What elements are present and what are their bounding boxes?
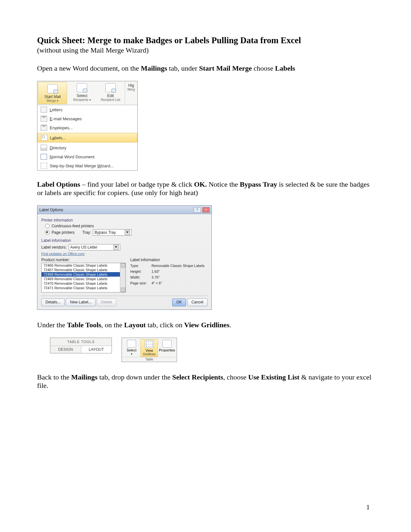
- page-subtitle: (without using the Mail Merge Wizard): [37, 46, 374, 54]
- info-key-width: Width:: [130, 274, 149, 280]
- radio-continuous-feed[interactable]: Continuous-feed printers: [45, 224, 208, 228]
- view-gridlines-button[interactable]: ViewGridlines: [141, 339, 158, 357]
- paragraph-4: Back to the Mailings tab, drop down unde…: [37, 373, 374, 390]
- menu-item-label: Step-by-Step Mail Merge Wizard...: [50, 163, 114, 168]
- ok-button[interactable]: OK: [172, 299, 186, 306]
- lab-sel-icon: [41, 135, 47, 141]
- cancel-button[interactable]: Cancel: [187, 299, 208, 306]
- info-val-width: 3.75": [152, 274, 160, 280]
- table-group-ribbon: Select▾ ViewGridlines Properties Table: [122, 338, 177, 362]
- details-button[interactable]: Details...: [41, 299, 65, 306]
- radio-icon: [45, 224, 50, 228]
- label-vendors-label: Label vendors:: [41, 245, 67, 250]
- tab-design[interactable]: DESIGN: [50, 346, 81, 353]
- find-updates-link[interactable]: Find updates on Office.com: [41, 252, 208, 256]
- properties-icon: [162, 340, 171, 348]
- edit-recipient-list-button[interactable]: EditRecipient List: [96, 81, 125, 105]
- paragraph-2: Label Options – find your label or badge…: [37, 180, 374, 197]
- radio-page-printers[interactable]: Page printers Tray: Bypass Tray: [45, 229, 208, 236]
- info-key-height: Height:: [130, 269, 149, 274]
- env-icon: [41, 116, 47, 122]
- wiz-icon: [41, 163, 47, 169]
- chevron-down-icon: [113, 245, 119, 250]
- ribbon-group-label: Table: [122, 357, 177, 362]
- menu-item-label: Envelopes...: [50, 125, 73, 130]
- dir-icon: [41, 145, 47, 151]
- gridlines-icon: [145, 340, 154, 348]
- menu-item-e-mail-messages[interactable]: E-mail Messages: [37, 114, 137, 123]
- tray-select[interactable]: Bypass Tray: [93, 229, 132, 236]
- section-printer-info: Printer information: [41, 218, 208, 222]
- screenshot-start-mail-merge: Start MailMerge ▾ SelectRecipients ▾ Edi…: [37, 81, 138, 171]
- dialog-title-text: Label Options: [39, 208, 63, 212]
- help-button[interactable]: ?: [194, 207, 201, 212]
- product-list-item[interactable]: 72468 Removable Classic Shape Labels: [42, 272, 125, 277]
- product-number-label: Product number:: [41, 258, 126, 262]
- tab-layout[interactable]: LAYOUT: [81, 346, 112, 353]
- label-information-header: Label information: [130, 258, 208, 262]
- highlight-merge-fields-button[interactable]: HigMerg: [125, 81, 137, 105]
- page-number: 1: [366, 503, 370, 511]
- screenshot-label-options-dialog: Label Options ? × Printer information Co…: [37, 205, 212, 310]
- env-icon: [41, 125, 47, 131]
- start-mail-merge-button[interactable]: Start MailMerge ▾: [38, 82, 67, 104]
- chevron-down-icon: [125, 230, 130, 235]
- menu-item-label: Directory: [50, 145, 66, 150]
- product-list-item[interactable]: 72471 Removable Classic Shape Labels: [42, 286, 125, 290]
- table-properties-button[interactable]: Properties: [159, 339, 175, 357]
- recipients-icon: [77, 83, 87, 92]
- menu-item-directory[interactable]: Directory: [37, 143, 137, 152]
- product-list-item[interactable]: 72469 Removable Classic Shape Labels: [42, 277, 125, 281]
- menu-item-labels[interactable]: Labels...: [37, 133, 137, 143]
- mail-merge-icon: [47, 84, 58, 93]
- page-title: Quick Sheet: Merge to make Badges or Lab…: [37, 35, 374, 45]
- paragraph-1: Open a new Word document, on the Mailing…: [37, 64, 374, 73]
- table-tools-title: TABLE TOOLS: [50, 338, 112, 346]
- product-list-item[interactable]: 72470 Removable Classic Shape Labels: [42, 281, 125, 286]
- product-number-list[interactable]: 72466 Removable Classic Shape Labels7246…: [41, 263, 126, 292]
- info-key-type: Type:: [130, 263, 149, 269]
- cursor-icon: [127, 340, 136, 348]
- menu-item-normal-word-document[interactable]: Normal Word Document: [37, 152, 137, 161]
- menu-item-label: Normal Word Document: [50, 154, 94, 159]
- menu-item-label: Letters: [50, 107, 63, 112]
- delete-button: Delete: [97, 299, 116, 306]
- screenshot-table-tools: TABLE TOOLS DESIGN LAYOUT Select▾ ViewGr…: [50, 338, 374, 362]
- paragraph-3: Under the Table Tools, on the Layout tab…: [37, 321, 374, 329]
- label-vendors-select[interactable]: Avery US Letter: [69, 244, 120, 251]
- table-tools-contextual-tab: TABLE TOOLS DESIGN LAYOUT: [50, 338, 112, 353]
- radio-icon-checked: [45, 230, 50, 235]
- product-list-item[interactable]: 72466 Removable Classic Shape Labels: [42, 263, 125, 268]
- edit-list-icon: [105, 83, 116, 92]
- select-recipients-button[interactable]: SelectRecipients ▾: [68, 81, 96, 105]
- letter-icon: [41, 107, 47, 113]
- info-key-pagesize: Page size:: [130, 280, 149, 286]
- product-list-item[interactable]: 72467 Removable Classic Shape Labels: [42, 268, 125, 272]
- norm-icon: [41, 154, 47, 160]
- menu-item-letters[interactable]: Letters: [37, 105, 137, 114]
- menu-item-label: E-mail Messages: [50, 116, 82, 121]
- section-label-info: Label information: [41, 238, 208, 243]
- menu-item-label: Labels...: [50, 135, 66, 140]
- select-table-button[interactable]: Select▾: [123, 339, 140, 357]
- scrollbar[interactable]: [120, 263, 125, 292]
- menu-item-envelopes[interactable]: Envelopes...: [37, 123, 137, 132]
- menu-item-step-by-step-mail-merge-wizard[interactable]: Step-by-Step Mail Merge Wizard...: [37, 161, 137, 170]
- dialog-titlebar: Label Options ? ×: [37, 206, 211, 214]
- close-button[interactable]: ×: [202, 207, 210, 212]
- info-val-pagesize: 4" × 6": [152, 280, 162, 286]
- info-val-height: 1.63": [152, 269, 160, 274]
- tray-label: Tray:: [82, 230, 91, 235]
- info-val-type: Removable Classic Shape Labels: [152, 263, 204, 269]
- new-label-button[interactable]: New Label...: [66, 299, 96, 306]
